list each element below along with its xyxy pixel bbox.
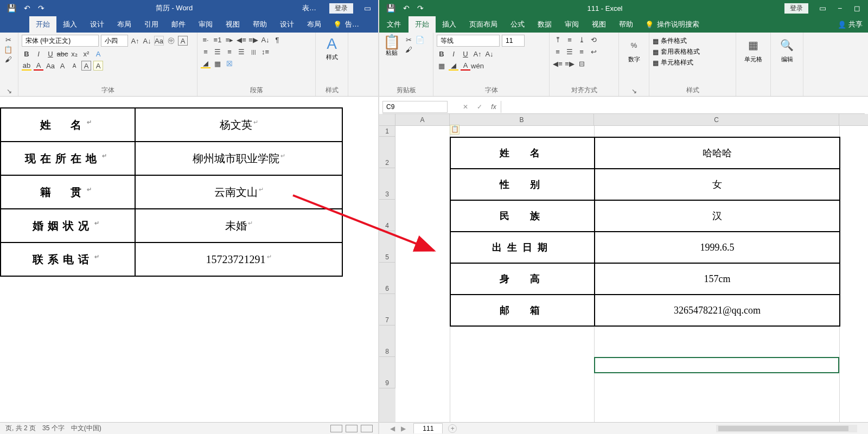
shrink-font-icon[interactable]: A↓: [484, 49, 494, 59]
table-row-value[interactable]: 女: [595, 169, 840, 200]
merge-icon[interactable]: ⊟: [577, 59, 586, 68]
resume-table[interactable]: 姓 名↵杨文英↵现在所在地↵柳州城市职业学院↵籍 贯↵云南文山↵婚姻状况↵未婚↵…: [0, 107, 343, 277]
tab-view[interactable]: 视图: [585, 16, 612, 33]
cells-icon[interactable]: ▦: [749, 40, 758, 50]
save-icon[interactable]: 💾: [7, 4, 16, 12]
tab-layout[interactable]: 页面布局: [463, 16, 504, 33]
cell-grid[interactable]: 📋 姓 名哈哈哈性 别女民 族汉出生日期1999.6.5身 高157cm邮 箱3…: [395, 126, 868, 422]
col-B[interactable]: B: [450, 114, 594, 125]
col-C[interactable]: C: [594, 114, 839, 125]
tell-me[interactable]: 操作说明搜索: [657, 20, 699, 29]
table-row-value[interactable]: 哈哈哈: [595, 137, 840, 169]
login-button[interactable]: 登录: [784, 3, 808, 14]
inc-indent-icon[interactable]: ≡▶: [565, 59, 575, 68]
sheet-nav-icons[interactable]: ◀ ▶: [390, 425, 408, 432]
tab-mail[interactable]: 邮件: [165, 16, 192, 33]
clear-fmt-icon[interactable]: Aa: [154, 36, 164, 46]
wrap-icon[interactable]: ↩: [589, 47, 598, 56]
tab-data[interactable]: 数据: [531, 16, 558, 33]
save-icon[interactable]: 💾: [386, 4, 395, 12]
fill-color-icon[interactable]: ◢: [449, 61, 458, 71]
table-row-value[interactable]: 未婚↵: [135, 209, 342, 242]
grow-font-icon[interactable]: A↑: [473, 49, 482, 59]
tab-tbl-layout[interactable]: 布局: [301, 16, 328, 33]
shrink-icon[interactable]: A: [69, 61, 79, 71]
tab-home[interactable]: 开始: [409, 16, 436, 33]
minimize-icon[interactable]: −: [832, 2, 847, 15]
tab-review[interactable]: 审阅: [558, 16, 585, 33]
table-row-label[interactable]: 邮 箱: [450, 295, 595, 326]
h-scrollbar[interactable]: [716, 425, 857, 432]
dec-indent-icon[interactable]: ◀≡: [553, 59, 563, 68]
format-painter-icon[interactable]: 🖌: [3, 54, 13, 64]
row-8[interactable]: 8: [379, 326, 395, 357]
redo-icon[interactable]: ↷: [417, 4, 424, 12]
font-name-combo[interactable]: 等线: [437, 35, 500, 47]
mid-align-icon[interactable]: ≡: [565, 35, 575, 44]
active-cell[interactable]: [594, 357, 839, 373]
shading-icon[interactable]: ◢: [201, 59, 210, 68]
strike-icon[interactable]: abc: [58, 49, 67, 59]
ribbon-opts-icon[interactable]: ▭: [815, 2, 830, 15]
align-center-icon[interactable]: ☰: [565, 47, 575, 56]
tbl-fmt-button[interactable]: ▦套用表格格式: [653, 47, 732, 56]
ribbon-opts-icon[interactable]: ▭: [360, 2, 375, 15]
table-row-label[interactable]: 性 别: [450, 169, 595, 200]
align-left-icon[interactable]: ≡: [201, 47, 210, 56]
tab-design[interactable]: 设计: [84, 16, 111, 33]
row-9[interactable]: 9: [379, 357, 395, 388]
excel-data-table[interactable]: 姓 名哈哈哈性 别女民 族汉出生日期1999.6.5身 高157cm邮 箱326…: [450, 137, 840, 327]
bold-icon[interactable]: B: [437, 49, 446, 59]
numbers-icon[interactable]: ≡1: [213, 35, 222, 44]
select-all[interactable]: [379, 114, 395, 125]
font-size-combo[interactable]: 小四: [101, 35, 128, 47]
bot-align-icon[interactable]: ⤓: [577, 35, 586, 44]
paste-options-icon[interactable]: 📋: [450, 125, 459, 135]
view-read-icon[interactable]: [330, 425, 342, 432]
subscript-icon[interactable]: x₂: [69, 49, 79, 59]
paste-button[interactable]: 📋 粘贴: [382, 35, 400, 85]
row-3[interactable]: 3: [379, 168, 395, 200]
row-5[interactable]: 5: [379, 231, 395, 263]
table-row-label[interactable]: 身 高: [450, 263, 595, 295]
maximize-icon[interactable]: ◻: [850, 2, 865, 15]
table-row-value[interactable]: 云南文山↵: [135, 175, 342, 209]
align-center-icon[interactable]: ☰: [213, 47, 222, 56]
dec-indent-icon[interactable]: ◀≡: [237, 35, 246, 44]
justify-icon[interactable]: ☰: [237, 47, 246, 56]
align-left-icon[interactable]: ≡: [553, 47, 563, 56]
font-name-combo[interactable]: 宋体 (中文正文): [22, 35, 99, 47]
tab-help[interactable]: 帮助: [612, 16, 640, 33]
multilevel-icon[interactable]: ≡▸: [225, 35, 234, 44]
char-shading-icon[interactable]: A: [93, 61, 103, 71]
tab-home[interactable]: 开始: [29, 16, 56, 33]
table-row-value[interactable]: 汉: [595, 200, 840, 232]
tab-file[interactable]: 文件: [379, 16, 409, 33]
underline-icon[interactable]: U: [461, 49, 470, 59]
copy-icon[interactable]: 📋: [3, 44, 13, 54]
font-color-icon[interactable]: A: [34, 61, 43, 71]
word-document[interactable]: 姓 名↵杨文英↵现在所在地↵柳州城市职业学院↵籍 贯↵云南文山↵婚姻状况↵未婚↵…: [0, 97, 378, 422]
cell-fmt-button[interactable]: ▦单元格样式: [653, 58, 732, 67]
tab-formula[interactable]: 公式: [504, 16, 531, 33]
char-border-icon[interactable]: A: [81, 61, 91, 71]
align-right-icon[interactable]: ≡: [225, 47, 234, 56]
table-row-value[interactable]: 3265478221@qq.com: [595, 295, 840, 326]
table-row-label[interactable]: 出生日期: [450, 232, 595, 263]
search-icon[interactable]: 🔍: [782, 40, 792, 50]
bullets-icon[interactable]: ≡·: [201, 35, 210, 44]
highlight-icon[interactable]: ab: [22, 61, 31, 71]
new-sheet-icon[interactable]: +: [448, 424, 457, 433]
number-fmt-icon[interactable]: %: [629, 40, 639, 50]
top-align-icon[interactable]: ⤒: [553, 35, 563, 44]
line-spacing-icon[interactable]: ↕≡: [260, 47, 270, 56]
undo-icon[interactable]: ↶: [403, 4, 410, 12]
row-2[interactable]: 2: [379, 137, 395, 168]
table-row-label[interactable]: 籍 贯↵: [1, 175, 135, 209]
table-row-value[interactable]: 1999.6.5: [595, 232, 840, 263]
enter-icon[interactable]: ✓: [473, 103, 487, 111]
borders-icon[interactable]: ▦: [213, 59, 222, 68]
table-row-label[interactable]: 姓 名↵: [1, 108, 135, 142]
italic-icon[interactable]: I: [449, 49, 458, 59]
table-row-value[interactable]: 柳州城市职业学院↵: [135, 142, 342, 175]
